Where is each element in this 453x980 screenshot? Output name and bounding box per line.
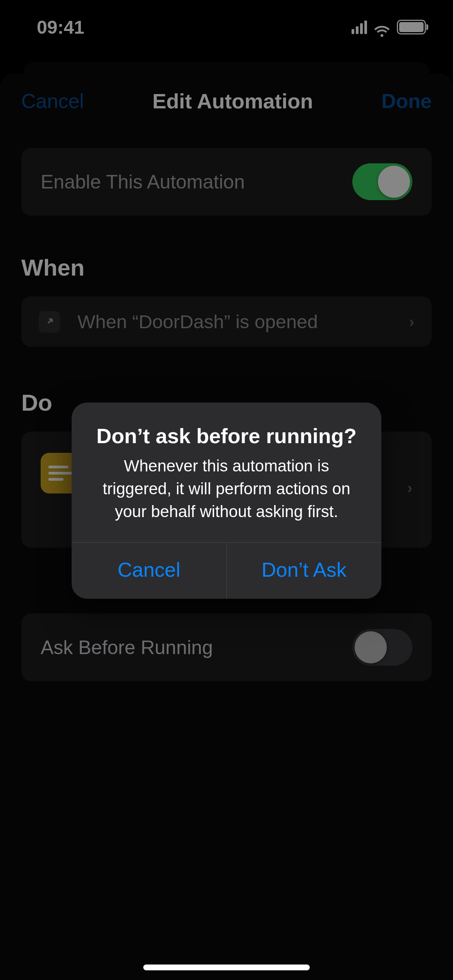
confirmation-alert: Don’t ask before running? Whenever this … xyxy=(72,403,381,599)
alert-message: Whenever this automation is triggered, i… xyxy=(89,455,364,523)
alert-confirm-button[interactable]: Don’t Ask xyxy=(227,543,382,599)
alert-cancel-button[interactable]: Cancel xyxy=(72,543,227,599)
home-indicator[interactable] xyxy=(143,965,310,970)
alert-title: Don’t ask before running? xyxy=(89,424,364,448)
